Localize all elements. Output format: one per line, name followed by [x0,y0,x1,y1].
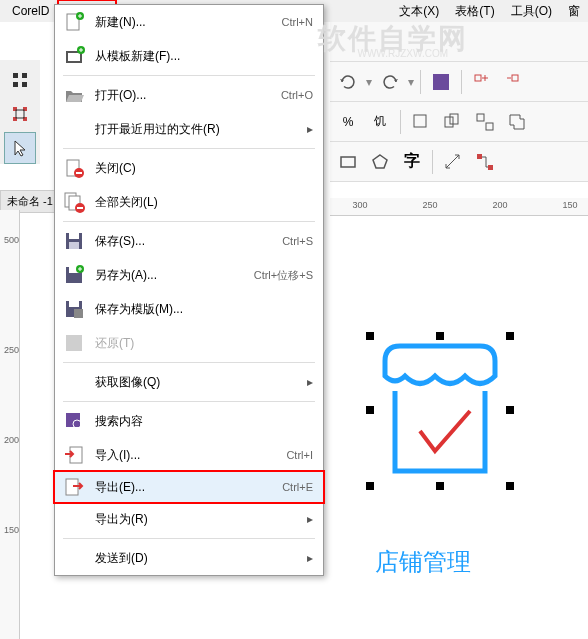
menu-export[interactable]: 导出(E)... Ctrl+E [53,470,325,504]
selection-handle[interactable] [366,406,374,414]
menubar-window[interactable]: 窗 [560,1,588,22]
units-label: 饥 [366,108,394,136]
selected-object[interactable] [370,336,510,486]
export-icon [59,473,89,501]
menubar-table[interactable]: 表格(T) [447,1,502,22]
menu-label: 搜索内容 [95,413,313,430]
canvas-text-object[interactable]: 店铺管理 [375,546,471,578]
menu-new-template[interactable]: 从模板新建(F)... [55,39,323,73]
selection-handle[interactable] [366,332,374,340]
percent-label: % [334,108,362,136]
revert-icon [59,329,89,357]
toolbox [0,60,40,164]
ungroup-button[interactable] [471,108,499,136]
menu-send-to[interactable]: 发送到(D) ▸ [55,541,323,575]
horizontal-ruler: 300 250 200 150 [330,198,588,216]
menu-separator [63,401,315,402]
menubar-text[interactable]: 文本(X) [391,1,447,22]
chevron-right-icon: ▸ [307,375,313,389]
pointer-tool-icon[interactable] [4,132,36,164]
svg-rect-24 [68,53,80,61]
svg-rect-3 [414,115,426,127]
svg-rect-1 [475,75,481,81]
menu-shortcut: Ctrl+I [286,449,313,461]
chevron-down-icon[interactable]: ▾ [408,75,414,89]
menu-save-template[interactable]: 保存为模版(M)... [55,292,323,326]
selection-handle[interactable] [366,482,374,490]
separator [461,70,462,94]
menu-close-all[interactable]: 全部关闭(L) [55,185,323,219]
menu-import[interactable]: 导入(I)... Ctrl+I [55,438,323,472]
vertical-ruler: 500 250 200 150 [0,210,20,639]
svg-rect-40 [66,335,82,351]
blank-icon [59,115,89,143]
dimension-tool[interactable] [439,148,467,176]
toolbar-spacer [334,28,362,56]
svg-rect-14 [13,82,18,87]
chevron-right-icon: ▸ [307,551,313,565]
save-icon [59,227,89,255]
chevron-down-icon[interactable]: ▾ [366,75,372,89]
svg-rect-20 [16,110,24,118]
svg-rect-12 [13,73,18,78]
redo-button[interactable] [376,68,404,96]
polygon-tool[interactable] [366,148,394,176]
menu-shortcut: Ctrl+位移+S [254,268,313,283]
toolbar-3: % 饥 [330,102,588,142]
menu-separator [63,148,315,149]
toolbar-2: ▾ ▾ [330,62,588,102]
undo-button[interactable] [334,68,362,96]
menu-label: 关闭(C) [95,160,313,177]
menu-revert: 还原(T) [55,326,323,360]
menu-open[interactable]: 打开(O)... Ctrl+O [55,78,323,112]
close-all-icon [59,188,89,216]
svg-rect-15 [22,82,27,87]
snap-button[interactable] [407,108,435,136]
menu-recent[interactable]: 打开最近用过的文件(R) ▸ [55,112,323,146]
menu-label: 打开(O)... [95,87,281,104]
menu-label: 导出为(R) [95,511,301,528]
menu-label: 全部关闭(L) [95,194,313,211]
pick-tool-icon[interactable] [4,64,36,96]
menu-acquire[interactable]: 获取图像(Q) ▸ [55,365,323,399]
separator [400,110,401,134]
selection-handle[interactable] [436,482,444,490]
canvas[interactable]: 店铺管理 [330,216,588,639]
menu-label: 还原(T) [95,335,313,352]
text-tool[interactable]: 字 [398,148,426,176]
menu-label: 保存为模版(M)... [95,301,313,318]
connector-tool[interactable] [471,148,499,176]
selection-handle[interactable] [506,332,514,340]
menubar-tools[interactable]: 工具(O) [503,1,560,22]
menu-label: 新建(N)... [95,14,282,31]
svg-rect-4 [445,117,453,127]
svg-rect-39 [74,309,83,318]
selection-handle[interactable] [506,482,514,490]
svg-rect-33 [69,242,79,249]
selection-handle[interactable] [506,406,514,414]
chevron-right-icon: ▸ [307,512,313,526]
distribute-button[interactable] [500,68,528,96]
menu-save[interactable]: 保存(S)... Ctrl+S [55,224,323,258]
menu-export-as[interactable]: 导出为(R) ▸ [55,502,323,536]
blank-icon [59,505,89,533]
menu-label: 导入(I)... [95,447,286,464]
menu-separator [63,538,315,539]
group-button[interactable] [439,108,467,136]
folder-open-icon [59,81,89,109]
menu-shortcut: Ctrl+S [282,235,313,247]
combine-button[interactable] [503,108,531,136]
launch-button[interactable] [427,68,455,96]
svg-rect-5 [450,114,458,124]
selection-handle[interactable] [436,332,444,340]
align-button[interactable] [468,68,496,96]
chevron-right-icon: ▸ [307,122,313,136]
menu-close[interactable]: 关闭(C) [55,151,323,185]
menu-search[interactable]: 搜索内容 [55,404,323,438]
rect-tool[interactable] [334,148,362,176]
menu-label: 从模板新建(F)... [95,48,313,65]
freehand-tool-icon[interactable] [4,98,36,130]
menu-new[interactable]: 新建(N)... Ctrl+N [55,5,323,39]
svg-rect-8 [341,157,355,167]
menu-save-as[interactable]: 另存为(A)... Ctrl+位移+S [55,258,323,292]
